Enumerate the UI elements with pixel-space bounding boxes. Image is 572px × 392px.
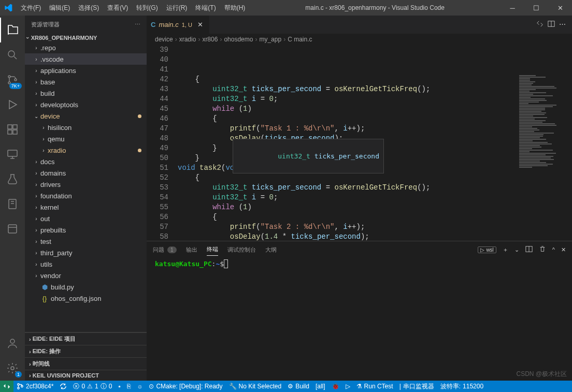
tree-item-foundation[interactable]: ›foundation <box>25 190 147 201</box>
eide-icon[interactable] <box>0 216 25 241</box>
baud-rate[interactable]: 波特率: 115200 <box>437 381 487 392</box>
debug-button[interactable]: 🐞 <box>328 381 342 392</box>
menu-转到(G)[interactable]: 转到(G) <box>132 2 162 14</box>
tree-item-developtools[interactable]: ›developtools <box>25 99 147 110</box>
code-line-54[interactable]: printf("Task 2 : %d\r\n", i++); <box>178 222 572 232</box>
settings-icon[interactable]: 1 <box>0 356 25 381</box>
serial-monitor[interactable]: | 串口监视器 <box>396 381 437 392</box>
code-content[interactable]: uint32_t ticks_per_second { uint32_t tic… <box>178 45 572 241</box>
menu-帮助(H)[interactable]: 帮助(H) <box>220 2 250 14</box>
tree-item-applications[interactable]: ›applications <box>25 65 147 76</box>
tree-item-drivers[interactable]: ›drivers <box>25 179 147 190</box>
ctest-button[interactable]: ⚗ Run CTest <box>353 381 396 392</box>
code-line-39[interactable]: { <box>178 75 572 84</box>
source-control-icon[interactable]: 7K+ <box>0 67 25 92</box>
status-icon-1[interactable]: ⭑ <box>115 381 124 392</box>
cmake-status[interactable]: ⊙ CMake: [Debug]: Ready <box>146 381 225 392</box>
testing-icon[interactable] <box>0 167 25 192</box>
breadcrumb-item[interactable]: my_app <box>259 36 281 43</box>
terminal-body[interactable]: katsu@Katsu_PC:~$ <box>147 258 572 381</box>
code-line-53[interactable]: { <box>178 212 572 222</box>
code-line-52[interactable]: while (1) <box>178 202 572 212</box>
menu-文件(F)[interactable]: 文件(F) <box>17 2 45 14</box>
maximize-panel-icon[interactable]: ^ <box>552 246 555 253</box>
outline-tab[interactable]: 大纲 <box>265 244 277 256</box>
tab-close-icon[interactable]: ✕ <box>195 21 205 28</box>
menu-终端(T)[interactable]: 终端(T) <box>191 2 220 14</box>
run-button[interactable]: ▷ <box>342 381 353 392</box>
account-icon[interactable] <box>0 331 25 356</box>
tree-item-prebuilts[interactable]: ›prebuilts <box>25 224 147 236</box>
tree-item-.repo[interactable]: ›.repo <box>25 42 147 53</box>
debug-console-tab[interactable]: 调试控制台 <box>227 244 256 256</box>
remote-explorer-icon[interactable] <box>0 142 25 167</box>
code-line-49[interactable]: { <box>178 173 572 183</box>
breadcrumb-item[interactable]: device <box>155 36 173 43</box>
kit-status[interactable]: 🔧 No Kit Selected <box>226 381 285 392</box>
section-EIDE: 操作[interactable]: EIDE: 操作 <box>25 345 147 357</box>
code-line-51[interactable]: uint32_t i = 0; <box>178 193 572 202</box>
build-button[interactable]: ⚙ Build <box>284 381 312 392</box>
compare-icon[interactable] <box>536 20 544 29</box>
code-line-42[interactable]: while (1) <box>178 104 572 114</box>
tree-item-utils[interactable]: ›utils <box>25 258 147 270</box>
tab-main-c[interactable]: C main.c 1, U ✕ <box>147 16 210 34</box>
code-line-55[interactable]: osDelay(1.4 * ticks_per_second); <box>178 232 572 241</box>
menu-查看(V)[interactable]: 查看(V) <box>103 2 132 14</box>
breadcrumbs[interactable]: device›xradio›xr806›ohosdemo›my_app›C ma… <box>147 34 572 45</box>
menu-运行(R)[interactable]: 运行(R) <box>162 2 192 14</box>
output-tab[interactable]: 输出 <box>186 244 197 256</box>
tree-item-third_party[interactable]: ›third_party <box>25 247 147 258</box>
search-icon[interactable] <box>0 42 25 67</box>
build-target[interactable]: [all] <box>312 381 328 392</box>
tree-item-.vscode[interactable]: ›.vscode <box>25 53 147 65</box>
run-debug-icon[interactable] <box>0 92 25 117</box>
breadcrumb-item[interactable]: xradio <box>179 36 196 43</box>
code-line-50[interactable]: uint32_t ticks_per_second = osKernelGetT… <box>178 183 572 193</box>
sidebar-more-icon[interactable]: ⋯ <box>135 21 140 28</box>
section-EIDE: EIDE 项目[interactable]: EIDE: EIDE 项目 <box>25 332 147 345</box>
tree-item-docs[interactable]: ›docs <box>25 156 147 167</box>
section-时间线[interactable]: 时间线 <box>25 357 147 370</box>
status-icon-2[interactable]: ⎘ <box>124 381 134 392</box>
close-panel-icon[interactable]: ✕ <box>561 246 566 253</box>
close-button[interactable]: ✕ <box>548 0 572 16</box>
breadcrumb-item[interactable]: C main.c <box>288 36 312 43</box>
tree-item-hisilicon[interactable]: ›hisilicon <box>25 122 147 133</box>
menu-选择(S)[interactable]: 选择(S) <box>74 2 103 14</box>
code-line-44[interactable]: printf("Task 1 : %d\r\n", i++); <box>178 124 572 134</box>
section-KEIL UVISION PROJECT[interactable]: KEIL UVISION PROJECT <box>25 370 147 381</box>
problems-tab[interactable]: 问题1 <box>153 244 177 256</box>
terminal-profile-label[interactable]: ▷wsl <box>478 246 496 253</box>
maximize-button[interactable]: ☐ <box>524 0 548 16</box>
bookmark-icon[interactable] <box>0 192 25 216</box>
split-terminal-icon[interactable] <box>525 245 533 254</box>
status-icon-3[interactable]: ☼ <box>134 381 146 392</box>
extensions-icon[interactable] <box>0 117 25 142</box>
sync-button[interactable] <box>56 381 70 392</box>
code-line-40[interactable]: uint32_t ticks_per_second = osKernelGetT… <box>178 84 572 94</box>
terminal-dropdown-icon[interactable]: ⌄ <box>514 246 519 253</box>
kill-terminal-icon[interactable] <box>539 245 546 254</box>
terminal-tab[interactable]: 终端 <box>207 243 218 256</box>
tree-item-domains[interactable]: ›domains <box>25 167 147 179</box>
new-terminal-icon[interactable]: ＋ <box>503 246 508 254</box>
minimize-button[interactable]: ─ <box>500 0 524 16</box>
explorer-icon[interactable] <box>0 18 25 42</box>
tree-item-xradio[interactable]: ›xradio <box>25 144 147 156</box>
tree-item-device[interactable]: ⌄device <box>25 110 147 122</box>
tree-item-build.py[interactable]: ⬢build.py <box>25 281 147 293</box>
minimap[interactable] <box>518 75 565 168</box>
tree-item-ohos_config.json[interactable]: {}ohos_config.json <box>25 293 147 304</box>
tree-item-kernel[interactable]: ›kernel <box>25 201 147 213</box>
more-actions-icon[interactable]: ⋯ <box>559 20 566 29</box>
code-editor[interactable]: 3940414243444546474849505152535455565758… <box>147 45 572 241</box>
remote-indicator[interactable] <box>0 381 13 392</box>
git-branch[interactable]: 2cf308c4* <box>13 381 56 392</box>
tree-item-build[interactable]: ›build <box>25 88 147 99</box>
tree-item-test[interactable]: ›test <box>25 236 147 247</box>
code-line-41[interactable]: uint32_t i = 0; <box>178 94 572 104</box>
tree-item-vendor[interactable]: ›vendor <box>25 270 147 281</box>
tree-item-qemu[interactable]: ›qemu <box>25 133 147 144</box>
code-line-43[interactable]: { <box>178 114 572 124</box>
